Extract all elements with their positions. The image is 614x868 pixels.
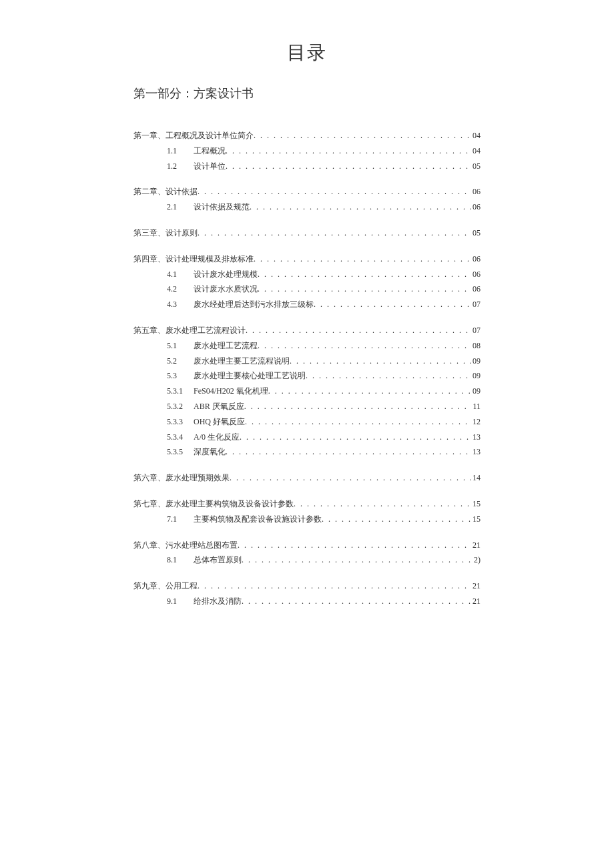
toc-label: 废水处理工艺流程 bbox=[194, 338, 258, 354]
toc-leader-dots bbox=[254, 128, 471, 143]
toc-number: 5.3.5 bbox=[167, 444, 194, 460]
toc-leader-dots bbox=[258, 282, 471, 297]
toc-leader-dots bbox=[314, 297, 471, 312]
toc-label: 第四章、设计处理规模及排放标准 bbox=[133, 252, 254, 267]
toc-entry: 1.1工程概况04 bbox=[133, 143, 481, 159]
toc-page-number: 09 bbox=[471, 354, 481, 369]
toc-label: 第七章、废水处理主要构筑物及设备设计参数 bbox=[133, 496, 294, 512]
toc-page-number: 13 bbox=[471, 444, 481, 460]
toc-leader-dots bbox=[226, 143, 471, 159]
toc-leader-dots bbox=[226, 444, 471, 460]
toc-leader-dots bbox=[268, 384, 471, 399]
toc-label: 设计依据及规范 bbox=[194, 199, 250, 215]
toc-page-number: 06 bbox=[471, 282, 481, 297]
toc-number: 4.3 bbox=[167, 297, 194, 312]
toc-leader-dots bbox=[290, 354, 471, 369]
toc-page-number: 06 bbox=[471, 252, 481, 267]
toc-page-number: 09 bbox=[471, 384, 481, 399]
toc-entry: 第八章、污水处理站总图布置21 bbox=[133, 538, 481, 553]
toc-leader-dots bbox=[242, 594, 471, 609]
toc-leader-dots bbox=[246, 323, 471, 338]
page-container: 目录 第一部分：方案设计书 第一章、工程概况及设计单位简介041.1工程概况04… bbox=[133, 40, 481, 609]
toc-entry: 第四章、设计处理规模及排放标准06 bbox=[133, 252, 481, 267]
toc-leader-dots bbox=[258, 338, 471, 354]
toc-label: 第五章、废水处理工艺流程设计 bbox=[133, 323, 246, 338]
toc-label: 设计废水处理规模 bbox=[194, 267, 258, 282]
toc-label: 设计单位 bbox=[194, 159, 226, 174]
toc-entry: 4.1设计废水处理规模06 bbox=[133, 267, 481, 282]
toc-page-number: 06 bbox=[471, 267, 481, 282]
toc-label: 深度氧化 bbox=[194, 444, 226, 460]
toc-page-number: 21 bbox=[471, 538, 481, 553]
toc-entry: 第一章、工程概况及设计单位简介04 bbox=[133, 128, 481, 143]
toc-entry: 4.3废水经处理后达到污水排放三级标07 bbox=[133, 297, 481, 312]
toc-entry: 7.1主要构筑物及配套设备设施设计参数15 bbox=[133, 512, 481, 527]
toc-label: 设计废水水质状况 bbox=[194, 282, 258, 297]
toc-page-number: 06 bbox=[471, 184, 481, 199]
toc-label: FeS04/H202 氧化机理 bbox=[194, 384, 268, 399]
toc-entry: 5.3.1FeS04/H202 氧化机理09 bbox=[133, 384, 481, 399]
toc-page-number: 15 bbox=[471, 496, 481, 512]
toc-entry: 2.1设计依据及规范06 bbox=[133, 199, 481, 215]
toc-leader-dots bbox=[244, 399, 472, 414]
toc-page-number: 05 bbox=[471, 159, 481, 174]
toc-label: 第八章、污水处理站总图布置 bbox=[133, 538, 238, 553]
toc-leader-dots bbox=[238, 538, 471, 553]
toc-label: 废水处理主要核心处理工艺说明 bbox=[194, 368, 306, 384]
toc-entry: 5.3.5深度氧化13 bbox=[133, 444, 481, 460]
part-title: 第一部分：方案设计书 bbox=[133, 85, 481, 101]
toc-page-number: 08 bbox=[471, 338, 481, 354]
toc-leader-dots bbox=[198, 578, 471, 594]
toc-entry: 第七章、废水处理主要构筑物及设备设计参数15 bbox=[133, 496, 481, 512]
toc-leader-dots bbox=[198, 226, 471, 241]
toc-label: A/0 生化反应 bbox=[194, 430, 240, 445]
toc-entry: 第三章、设计原则05 bbox=[133, 226, 481, 241]
toc-leader-dots bbox=[322, 512, 471, 527]
toc-page-number: 21 bbox=[471, 594, 481, 609]
toc-number: 7.1 bbox=[167, 512, 194, 527]
toc-list: 第一章、工程概况及设计单位简介041.1工程概况041.2设计单位05第二章、设… bbox=[133, 128, 481, 609]
toc-entry: 5.3废水处理主要核心处理工艺说明09 bbox=[133, 368, 481, 384]
toc-label: 给排水及消防 bbox=[194, 594, 242, 609]
toc-label: 废水处理主要工艺流程说明 bbox=[194, 354, 290, 369]
toc-entry: 第九章、公用工程21 bbox=[133, 578, 481, 594]
toc-number: 4.2 bbox=[167, 282, 194, 297]
toc-leader-dots bbox=[226, 159, 471, 174]
toc-label: 工程概况 bbox=[194, 143, 226, 159]
toc-page-number: 12 bbox=[471, 414, 481, 430]
toc-label: 第六章、废水处理预期效果 bbox=[133, 470, 230, 486]
toc-entry: 第五章、废水处理工艺流程设计07 bbox=[133, 323, 481, 338]
toc-number: 5.3.4 bbox=[167, 430, 194, 445]
toc-page-number: 05 bbox=[471, 226, 481, 241]
toc-label: 第九章、公用工程 bbox=[133, 578, 198, 594]
toc-entry: 5.3.2ABR 厌氧反应11 bbox=[133, 399, 481, 414]
toc-number: 1.1 bbox=[167, 143, 194, 159]
toc-page-number: 2) bbox=[473, 552, 481, 568]
toc-number: 1.2 bbox=[167, 159, 194, 174]
toc-entry: 1.2设计单位05 bbox=[133, 159, 481, 174]
toc-number: 5.1 bbox=[167, 338, 194, 354]
toc-number: 5.3.2 bbox=[167, 399, 194, 414]
toc-leader-dots bbox=[240, 430, 471, 445]
toc-entry: 8.1总体布置原则2) bbox=[133, 552, 481, 568]
toc-number: 5.3.1 bbox=[167, 384, 194, 399]
toc-leader-dots bbox=[250, 199, 471, 215]
toc-label: 总体布置原则 bbox=[194, 552, 242, 568]
toc-entry: 9.1给排水及消防21 bbox=[133, 594, 481, 609]
toc-entry: 5.2废水处理主要工艺流程说明09 bbox=[133, 354, 481, 369]
toc-label: 第三章、设计原则 bbox=[133, 226, 198, 241]
toc-leader-dots bbox=[254, 252, 471, 267]
toc-leader-dots bbox=[230, 470, 471, 486]
toc-number: 5.3 bbox=[167, 368, 194, 384]
toc-entry: 第六章、废水处理预期效果14 bbox=[133, 470, 481, 486]
toc-page-number: 13 bbox=[471, 430, 481, 445]
toc-label: 主要构筑物及配套设备设施设计参数 bbox=[194, 512, 322, 527]
toc-label: 第二章、设计依据 bbox=[133, 184, 198, 199]
toc-leader-dots bbox=[258, 267, 471, 282]
toc-page-number: 07 bbox=[471, 323, 481, 338]
toc-page-number: 09 bbox=[471, 368, 481, 384]
page-title: 目录 bbox=[133, 40, 481, 65]
toc-entry: 5.1废水处理工艺流程08 bbox=[133, 338, 481, 354]
toc-entry: 5.3.4A/0 生化反应13 bbox=[133, 430, 481, 445]
toc-leader-dots bbox=[242, 552, 473, 568]
